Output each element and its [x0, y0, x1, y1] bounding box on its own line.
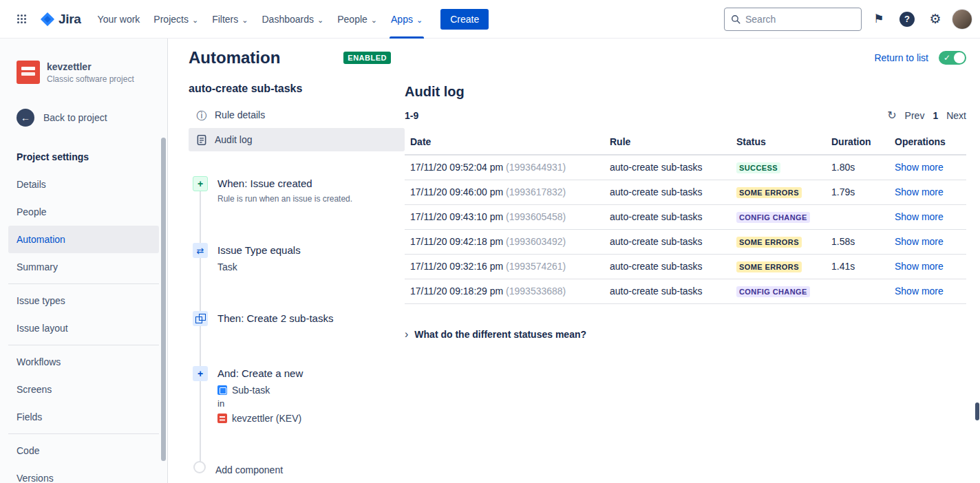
- refresh-icon[interactable]: ↻: [887, 110, 896, 121]
- search-input[interactable]: [745, 14, 855, 25]
- back-to-project-link[interactable]: ← Back to project: [17, 109, 151, 127]
- pagination: ↻ Prev 1 Next: [887, 110, 966, 121]
- sidebar-item-screens[interactable]: Screens: [8, 376, 159, 403]
- audit-log-panel: Audit log 1-9 ↻ Prev 1 Next Date Rule St…: [405, 80, 966, 477]
- window-scrollbar[interactable]: [975, 402, 979, 420]
- back-arrow-icon: ←: [17, 109, 34, 127]
- audit-row-3: 17/11/20 09:42:18 pm (1993603492) auto-c…: [405, 229, 966, 254]
- trigger-description: Rule is run when an issue is created.: [217, 193, 352, 204]
- condition-value: Task: [217, 260, 301, 274]
- tab-rule-details[interactable]: ⓘ Rule details: [189, 103, 405, 127]
- enabled-badge: ENABLED: [343, 52, 391, 64]
- cell-duration: 1.80s: [826, 155, 889, 180]
- nav-projects[interactable]: Projects ⌄: [147, 0, 205, 39]
- help-button[interactable]: ?: [896, 8, 918, 30]
- chevron-right-icon: ›: [405, 329, 408, 340]
- project-header: kevzettler Classic software project: [0, 39, 167, 84]
- branch-connector: in: [217, 398, 303, 409]
- sidebar-item-issue-layout[interactable]: Issue layout: [8, 314, 159, 342]
- trigger-block[interactable]: + When: Issue created Rule is run when a…: [189, 176, 405, 204]
- nav-filters[interactable]: Filters ⌄: [205, 0, 255, 39]
- cell-status: SUCCESS: [731, 155, 826, 180]
- return-to-list-link[interactable]: Return to list: [874, 52, 928, 63]
- announcement-button[interactable]: ⚑: [868, 8, 890, 30]
- cell-status: CONFIG CHANGE: [731, 279, 826, 303]
- sidebar-item-people[interactable]: People: [8, 198, 159, 226]
- sidebar-item-code[interactable]: Code: [8, 437, 159, 464]
- col-header-operations: Operations: [889, 129, 966, 155]
- rule-enabled-toggle[interactable]: ✓: [939, 51, 966, 65]
- add-component-row[interactable]: Add component: [189, 461, 405, 477]
- sidebar-scrollbar[interactable]: [161, 138, 166, 461]
- cell-rule: auto-create sub-tasks: [604, 229, 731, 254]
- chevron-down-icon: ⌄: [192, 16, 198, 25]
- cell-date: 17/11/20 09:18:29 pm (1993533688): [405, 279, 604, 303]
- main-content: Automation ENABLED Return to list ✓ auto…: [169, 39, 980, 483]
- app-switcher-button[interactable]: [11, 8, 33, 30]
- col-header-status: Status: [731, 129, 826, 155]
- project-settings-nav: Details People Automation Summary Issue …: [0, 171, 167, 483]
- info-icon: ⓘ: [196, 110, 207, 120]
- show-more-link[interactable]: Show more: [895, 186, 944, 197]
- nav-apps[interactable]: Apps ⌄: [384, 0, 429, 39]
- toggle-knob: [954, 52, 965, 63]
- pagination-next[interactable]: Next: [946, 110, 966, 121]
- rule-timeline: + When: Issue created Rule is run when a…: [189, 176, 405, 477]
- search-box: [724, 8, 862, 31]
- audit-row-0: 17/11/20 09:52:04 pm (1993644931) auto-c…: [405, 155, 966, 180]
- sidebar-item-workflows[interactable]: Workflows: [8, 348, 159, 376]
- col-header-rule: Rule: [604, 129, 731, 155]
- show-more-link[interactable]: Show more: [895, 286, 944, 297]
- audit-table-header: Date Rule Status Duration Operations: [405, 129, 966, 155]
- trigger-plus-icon: +: [193, 176, 208, 191]
- sidebar-item-summary[interactable]: Summary: [8, 253, 159, 281]
- create-button[interactable]: Create: [440, 9, 489, 30]
- status-lozenge: SOME ERRORS: [736, 187, 802, 198]
- condition-block[interactable]: ⇄ Issue Type equals Task: [189, 243, 405, 274]
- audit-id: (1993533688): [506, 286, 566, 297]
- add-component-label: Add component: [215, 463, 283, 477]
- audit-row-1: 17/11/20 09:46:00 pm (1993617832) auto-c…: [405, 180, 966, 204]
- branch-block[interactable]: + And: Create a new Sub-task in kevzettl…: [189, 366, 405, 425]
- sidebar-item-fields[interactable]: Fields: [8, 403, 159, 431]
- nav-your-work[interactable]: Your work: [91, 0, 147, 39]
- clone-icon: [193, 311, 208, 326]
- add-component-icon: [193, 461, 206, 473]
- cell-date: 17/11/20 09:43:10 pm (1993605458): [405, 204, 604, 229]
- nav-dashboards[interactable]: Dashboards ⌄: [255, 0, 331, 39]
- project-name: kevzettler: [47, 61, 134, 72]
- tab-audit-log[interactable]: Audit log: [189, 128, 405, 151]
- document-icon: [196, 135, 207, 145]
- settings-button[interactable]: ⚙: [924, 8, 946, 30]
- cell-status: CONFIG CHANGE: [731, 204, 826, 229]
- chevron-down-icon: ⌄: [317, 16, 323, 25]
- action-title: Then: Create 2 sub-tasks: [217, 311, 333, 326]
- sidebar-item-versions[interactable]: Versions: [8, 464, 159, 483]
- audit-id: (1993644931): [506, 162, 566, 173]
- col-header-duration: Duration: [826, 129, 889, 155]
- jira-logo[interactable]: Jira: [40, 12, 81, 27]
- pagination-page-1[interactable]: 1: [933, 110, 938, 121]
- back-to-project-label: Back to project: [43, 112, 107, 123]
- audit-row-5: 17/11/20 09:18:29 pm (1993533688) auto-c…: [405, 279, 966, 303]
- sidebar-divider: [8, 345, 159, 345]
- user-avatar[interactable]: [952, 10, 972, 29]
- status-lozenge: SOME ERRORS: [736, 261, 802, 272]
- audit-id: (1993574261): [506, 261, 566, 272]
- sidebar-item-automation[interactable]: Automation: [8, 226, 159, 253]
- nav-people[interactable]: People ⌄: [330, 0, 384, 39]
- show-more-link[interactable]: Show more: [895, 162, 944, 173]
- condition-title: Issue Type equals: [217, 243, 301, 258]
- show-more-link[interactable]: Show more: [895, 211, 944, 222]
- statuses-info-toggle[interactable]: › What do the different statuses mean?: [405, 329, 966, 340]
- chevron-down-icon: ⌄: [416, 16, 423, 25]
- show-more-link[interactable]: Show more: [895, 236, 944, 247]
- sidebar-item-issue-types[interactable]: Issue types: [8, 287, 159, 314]
- cell-status: SOME ERRORS: [731, 254, 826, 279]
- show-more-link[interactable]: Show more: [895, 261, 944, 272]
- pagination-prev[interactable]: Prev: [905, 110, 925, 121]
- cell-operations: Show more: [889, 254, 966, 279]
- top-navigation: Jira Your work Projects ⌄ Filters ⌄ Dash…: [0, 0, 980, 39]
- action-block[interactable]: Then: Create 2 sub-tasks: [189, 311, 405, 326]
- sidebar-item-details[interactable]: Details: [8, 171, 159, 198]
